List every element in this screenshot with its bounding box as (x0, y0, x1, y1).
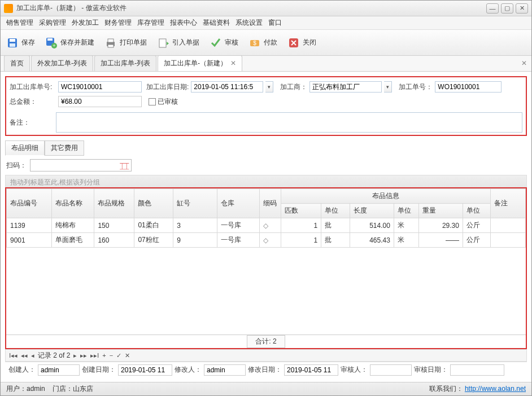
nav-first[interactable]: ꓲ◂◂ (9, 352, 18, 359)
save-new-label: 保存并新建 (60, 38, 94, 47)
col-spec[interactable]: 布品规格 (94, 196, 134, 210)
nav-cancel[interactable]: ✕ (125, 352, 130, 359)
svg-text:+: + (53, 43, 55, 49)
maximize-button[interactable]: ▢ (501, 3, 513, 14)
audit-label: 审核 (225, 38, 238, 47)
nav-accept[interactable]: ✓ (116, 352, 121, 359)
workorder-input[interactable] (435, 81, 502, 93)
col-name[interactable]: 布品名称 (52, 196, 94, 210)
close-label: 关闭 (303, 38, 316, 47)
nav-remove[interactable]: − (110, 352, 113, 359)
tabs-close-all-icon[interactable]: ✕ (521, 59, 527, 67)
workorder-label: 加工单号： (399, 82, 433, 92)
statusbar: 用户：admin 门店：山东店 联系我们： http://www.aolan.n… (1, 382, 531, 395)
tab-outbound-new[interactable]: 加工出库单-（新建）✕ (158, 55, 242, 71)
col-unit1[interactable]: 单位 (321, 204, 350, 218)
subtab-othercost[interactable]: 其它费用 (45, 140, 84, 156)
menu-window[interactable]: 窗口 (268, 18, 282, 28)
col-unit2[interactable]: 单位 (394, 204, 418, 218)
barcode-icon: ⌶⌶ (120, 161, 129, 170)
status-store: 山东店 (73, 385, 93, 393)
nav-next-page[interactable]: ▸▸ (80, 352, 87, 359)
menu-settings[interactable]: 系统设置 (236, 18, 263, 28)
menu-finance[interactable]: 财务管理 (104, 18, 132, 28)
vendor-input[interactable] (309, 81, 382, 93)
close-button[interactable]: 关闭 (287, 37, 316, 49)
col-pcs[interactable]: 匹数 (281, 204, 321, 218)
col-remark[interactable]: 备注 (491, 196, 525, 210)
contact-link[interactable]: http://www.aolan.net (465, 385, 526, 393)
remark-input[interactable] (56, 112, 522, 133)
grid-empty-area (6, 248, 526, 335)
subtab-detail[interactable]: 布品明细 (5, 140, 45, 156)
import-label: 引入单据 (172, 38, 199, 47)
check-icon (210, 37, 222, 49)
status-user-label: 用户： (6, 385, 27, 393)
document-tabs: 首页 外发加工单-列表 加工出库单-列表 加工出库单-（新建）✕ ✕ (1, 56, 531, 72)
group-hint: 拖动列标题至此,根据该列分组 (5, 175, 527, 187)
audited-checkbox[interactable] (149, 98, 156, 105)
date-input[interactable] (191, 81, 263, 93)
col-unit3[interactable]: 单位 (463, 204, 490, 218)
col-color[interactable]: 颜色 (134, 196, 173, 210)
date-dropdown-icon[interactable]: ▾ (265, 81, 273, 93)
tab-outbound-list[interactable]: 加工出库单-列表 (94, 55, 156, 71)
col-weight[interactable]: 重量 (419, 204, 463, 218)
tab-outsource-list[interactable]: 外发加工单-列表 (31, 55, 93, 71)
eraser-icon[interactable]: ◇ (260, 234, 281, 247)
order-no-input[interactable] (58, 81, 142, 93)
modify-date-label: 修改日期： (248, 365, 282, 375)
eraser-icon[interactable]: ◇ (260, 219, 281, 232)
nav-add[interactable]: + (102, 352, 106, 359)
menu-outsource[interactable]: 外发加工 (72, 18, 99, 28)
col-length[interactable]: 长度 (350, 204, 394, 218)
col-warehouse[interactable]: 仓库 (217, 196, 259, 210)
scan-input[interactable]: ⌶⌶ (30, 159, 132, 171)
close-window-button[interactable]: ✕ (516, 3, 528, 14)
menu-sales[interactable]: 销售管理 (6, 18, 33, 28)
auditor-field (370, 364, 412, 376)
close-icon (287, 37, 300, 49)
creator-field (38, 364, 80, 376)
header-form: 加工出库单号: 加工出库日期: ▾ 加工商： ▾ 加工单号： 总金额： 已审核 … (5, 76, 527, 136)
save-button[interactable]: 保存 (6, 37, 35, 49)
toolbar: 保存 + 保存并新建 打印单据 引入单据 审核 $ 付款 关闭 (1, 30, 531, 56)
modifier-label: 修改人： (175, 365, 202, 375)
audit-footer: 创建人： 创建日期： 修改人： 修改日期： 审核人： 审核日期： (5, 362, 527, 377)
print-label: 打印单据 (120, 38, 147, 47)
tab-home[interactable]: 首页 (4, 55, 30, 71)
menu-basedata[interactable]: 基础资料 (203, 18, 230, 28)
menu-purchase[interactable]: 采购管理 (39, 18, 66, 28)
minimize-button[interactable]: — (486, 3, 499, 14)
contact-label: 联系我们： (429, 385, 463, 393)
save-new-button[interactable]: + 保存并新建 (45, 37, 94, 49)
nav-last[interactable]: ▸▸ꓲ (90, 352, 99, 359)
print-icon (104, 37, 117, 49)
import-button[interactable]: 引入单据 (157, 37, 199, 49)
remark-label: 备注： (10, 112, 56, 127)
table-row[interactable]: 9001单面磨毛16007粉红9一号库◇1批465.43米——公斤 (7, 233, 526, 248)
create-date-field (118, 364, 172, 376)
menu-report[interactable]: 报表中心 (170, 18, 197, 28)
order-no-label: 加工出库单号: (10, 82, 56, 92)
table-row[interactable]: 1139纯棉布15001柔白3一号库◇1批514.00米29.30公斤 (7, 218, 526, 233)
app-icon (4, 4, 13, 13)
record-label: 记录 2 of 2 (38, 351, 70, 360)
create-date-label: 创建日期： (82, 365, 116, 375)
nav-next[interactable]: ▸ (73, 352, 77, 359)
vendor-dropdown-icon[interactable]: ▾ (384, 81, 392, 93)
pay-label: 付款 (264, 38, 277, 47)
nav-prev[interactable]: ◂ (31, 352, 34, 359)
tab-close-icon[interactable]: ✕ (230, 59, 236, 67)
save-label: 保存 (21, 38, 35, 47)
print-button[interactable]: 打印单据 (104, 37, 147, 49)
menu-inventory[interactable]: 库存管理 (137, 18, 164, 28)
col-code[interactable]: 布品编号 (7, 196, 51, 210)
totals-row: 合计: 2 (6, 335, 526, 348)
pay-button[interactable]: $ 付款 (248, 37, 277, 49)
menubar: 销售管理 采购管理 外发加工 财务管理 库存管理 报表中心 基础资料 系统设置 … (1, 16, 531, 30)
col-thin[interactable]: 细码 (260, 196, 281, 210)
nav-prev-page[interactable]: ◂◂ (21, 352, 28, 359)
col-vat[interactable]: 缸号 (173, 196, 217, 210)
audit-button[interactable]: 审核 (210, 37, 238, 49)
